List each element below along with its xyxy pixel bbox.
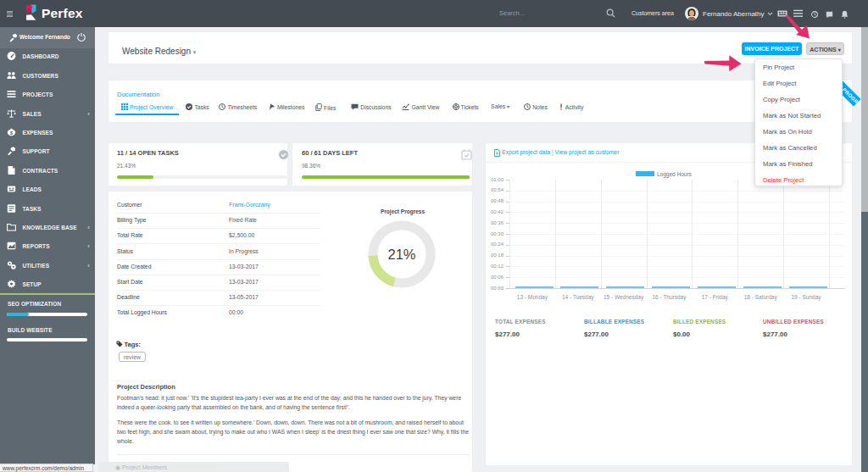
- svg-text:$: $: [10, 130, 14, 136]
